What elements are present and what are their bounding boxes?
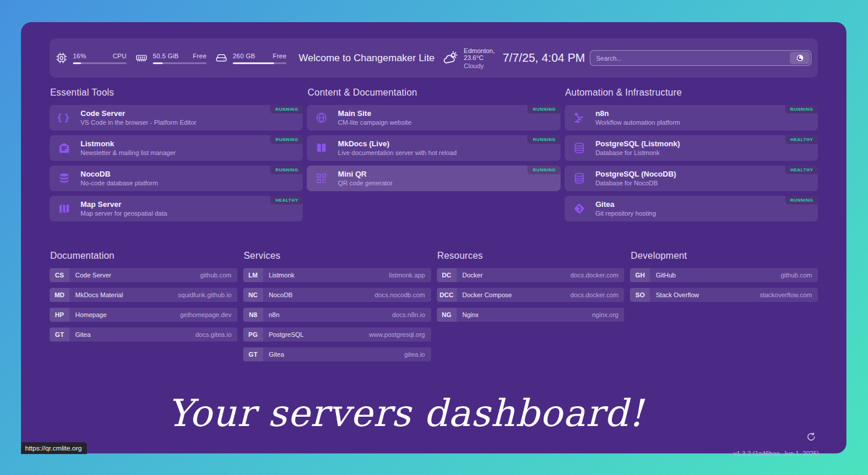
bookmark-name: Gitea (269, 351, 284, 358)
bookmark-abbr: GH (630, 268, 650, 282)
mail-icon (55, 142, 73, 154)
bookmark-link[interactable]: N8 n8n docs.n8n.io (243, 308, 431, 322)
bookmark-name: Docker Compose (463, 291, 512, 298)
disk-widget: 260 GB Free (215, 52, 286, 64)
bookmark-name: Listmonk (269, 272, 295, 279)
bookmark-link[interactable]: DCC Docker Compose docs.docker.com (437, 288, 625, 302)
bookmark-abbr: SO (630, 288, 650, 302)
service-card[interactable]: MkDocs (Live) Live documentation server … (307, 135, 560, 161)
bookmark-url: stackoverflow.com (760, 291, 818, 298)
memory-icon (135, 52, 148, 64)
service-status-badge: RUNNING (527, 135, 560, 144)
service-description: Live documentation server with hot reloa… (338, 149, 457, 157)
bookmark-url: www.postgresql.org (369, 331, 431, 338)
bookmark-name: Docker (463, 272, 483, 279)
service-card[interactable]: Gitea Git repository hosting RUNNING (565, 196, 818, 221)
bookmark-link[interactable]: LM Listmonk listmonk.app (243, 268, 431, 282)
page-title: Welcome to Changemaker Lite (299, 52, 435, 64)
cpu-label: CPU (113, 52, 127, 59)
weather-widget: Edmonton, 23.6°C Cloudy (443, 47, 498, 69)
service-description: No-code database platform (80, 180, 158, 188)
service-card[interactable]: PostgreSQL (NocoDB) Database for NocoDB … (565, 166, 818, 191)
service-card[interactable]: Main Site CM-lite campaign website RUNNI… (307, 105, 560, 131)
bookmark-link[interactable]: GH GitHub github.com (630, 268, 818, 282)
service-card[interactable]: {} Code Server VS Code in the browser - … (50, 105, 303, 131)
qr-code-icon (313, 172, 330, 185)
version-label: v1.3.2 (1a46baa, Jun 1, 2025) (733, 450, 819, 457)
bookmark-link[interactable]: PG PostgreSQL www.postgresql.org (243, 328, 431, 342)
service-card[interactable]: PostgreSQL (Listmonk) Database for Listm… (565, 135, 818, 161)
bookmark-link[interactable]: DC Docker docs.docker.com (437, 268, 625, 282)
service-card[interactable]: NocoDB No-code database platform RUNNING (50, 166, 303, 191)
disk-value: 260 GB (233, 52, 256, 59)
service-name: Mini QR (338, 170, 393, 179)
refresh-icon (806, 432, 816, 442)
bookmark-link[interactable]: NC NocoDB docs.nocodb.com (243, 288, 431, 302)
bookmark-link[interactable]: GT Gitea docs.gitea.io (50, 328, 237, 342)
bookmark-link[interactable]: MD MkDocs Material squidfunk.github.io (50, 288, 237, 302)
bookmark-groups: Documentation CS Code Server github.com … (50, 241, 818, 361)
service-status-badge: RUNNING (785, 196, 818, 205)
service-status-badge: HEALTHY (785, 135, 818, 144)
search-provider-button[interactable] (790, 52, 810, 64)
service-status-badge: HEALTHY (785, 166, 818, 174)
bookmark-link[interactable]: SO Stack Overflow stackoverflow.com (630, 288, 818, 302)
n8n-icon (570, 111, 588, 124)
service-name: PostgreSQL (NocoDB) (596, 170, 676, 179)
bookmark-name: Homepage (75, 311, 107, 318)
code-braces-icon: {} (55, 113, 73, 122)
search-input[interactable] (592, 55, 790, 62)
bookmark-url: docs.nocodb.com (374, 291, 430, 298)
service-group: Automation & Infrastructure n8n Workflow… (565, 78, 818, 221)
service-group-title: Automation & Infrastructure (565, 87, 818, 98)
service-description: Database for Listmonk (596, 149, 680, 157)
search-provider-icon (796, 54, 804, 62)
bookmark-abbr: CS (50, 268, 69, 282)
service-group: Content & Documentation Main Site CM-lit… (307, 78, 560, 191)
globe-icon (313, 111, 330, 124)
bookmark-name: Code Server (75, 272, 111, 279)
bookmark-link[interactable]: NG Nginx nginx.org (437, 308, 625, 322)
bookmark-abbr: NG (437, 308, 457, 322)
bookmark-url: nginx.org (592, 311, 624, 318)
service-name: Main Site (338, 109, 411, 118)
bookmark-link[interactable]: GT Gitea gitea.io (243, 347, 431, 361)
bookmark-group-title: Resources (438, 251, 625, 261)
service-description: Map server for geospatial data (80, 210, 167, 218)
bookmark-group-title: Documentation (50, 251, 237, 261)
bookmark-abbr: MD (50, 288, 69, 302)
disk-label: Free (273, 52, 286, 59)
service-card[interactable]: Mini QR QR code generator RUNNING (307, 166, 560, 191)
service-name: MkDocs (Live) (338, 139, 457, 149)
bookmark-name: PostgreSQL (269, 331, 304, 338)
service-card[interactable]: n8n Workflow automation platform RUNNING (565, 105, 818, 131)
service-status-badge: RUNNING (527, 105, 560, 114)
service-group-title: Content & Documentation (307, 87, 560, 98)
footer-message: Your servers dashboard! (0, 392, 818, 435)
bookmark-abbr: HP (50, 308, 69, 322)
service-description: CM-lite campaign website (338, 119, 411, 127)
service-status-badge: RUNNING (785, 105, 818, 114)
service-name: Listmonk (80, 139, 176, 149)
service-card[interactable]: Map Server Map server for geospatial dat… (50, 196, 303, 221)
bookmark-url: github.com (200, 272, 237, 279)
bookmark-name: Stack Overflow (656, 291, 699, 298)
cpu-value: 16% (73, 52, 86, 59)
service-status-badge: RUNNING (270, 105, 303, 114)
service-description: QR code generator (338, 180, 393, 188)
bookmark-url: docs.docker.com (570, 272, 625, 279)
service-card[interactable]: Listmonk Newsletter & mailing list manag… (50, 135, 303, 161)
search-bar (590, 50, 811, 66)
weather-condition: Cloudy (464, 62, 498, 69)
bookmark-link[interactable]: CS Code Server github.com (50, 268, 237, 282)
cpu-progress-bar (73, 62, 127, 64)
refresh-button[interactable] (805, 431, 817, 443)
service-name: Code Server (80, 109, 197, 118)
bookmark-abbr: GT (243, 347, 263, 361)
bookmark-link[interactable]: HP Homepage gethomepage.dev (50, 308, 237, 322)
bookmark-name: MkDocs Material (75, 291, 123, 298)
dashboard-panel: 16% CPU 50.5 GiB Free (21, 22, 846, 453)
memory-widget: 50.5 GiB Free (135, 52, 206, 64)
service-name: Gitea (596, 200, 656, 209)
bookmark-group: Documentation CS Code Server github.com … (50, 241, 237, 342)
